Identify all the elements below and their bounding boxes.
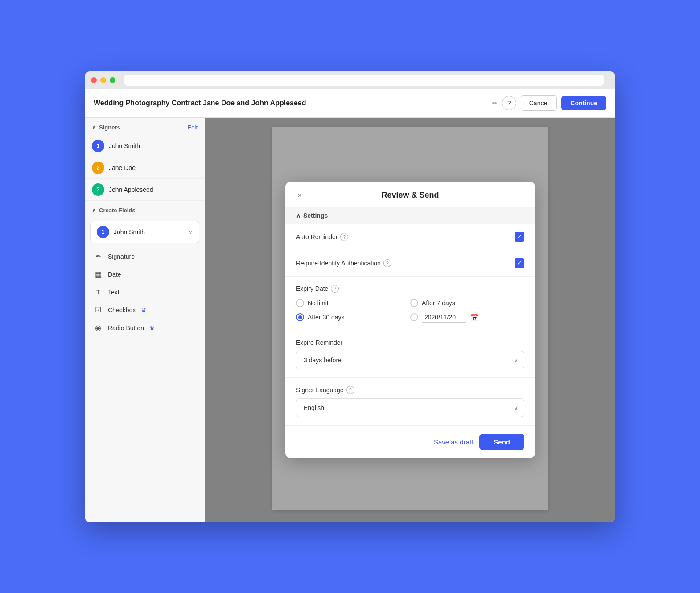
premium-icon-checkbox: ♛: [141, 307, 147, 314]
document-title: Wedding Photography Contract Jane Doe an…: [94, 99, 485, 107]
premium-icon-radio: ♛: [149, 324, 155, 332]
signer-name-1: John Smith: [109, 142, 140, 149]
address-bar[interactable]: [124, 75, 604, 86]
modal-overlay: × Review & Send ∧ Settings Au: [205, 118, 615, 522]
close-dot[interactable]: [91, 77, 97, 83]
field-date[interactable]: ▦ Date: [85, 265, 205, 283]
save-draft-button[interactable]: Save as draft: [434, 438, 473, 446]
expiry-options-grid: No limit After 7 days: [296, 299, 524, 323]
auto-reminder-help-icon[interactable]: ?: [340, 233, 348, 241]
create-fields-header: ∧ Create Fields: [85, 201, 205, 218]
text-icon: T: [94, 288, 103, 297]
expiry-date-section: Expiry Date ? No limit: [285, 277, 535, 331]
expiry-help-icon[interactable]: ?: [331, 285, 339, 293]
signer-language-select[interactable]: English French Spanish German Japanese: [296, 398, 524, 417]
signer-language-select-wrapper: English French Spanish German Japanese ∨: [296, 398, 524, 417]
expiry-custom-date[interactable]: 📅: [410, 312, 524, 323]
date-input-field[interactable]: [422, 312, 466, 323]
modal-close-button[interactable]: ×: [293, 190, 306, 202]
signer-language-help-icon[interactable]: ?: [346, 386, 354, 394]
checkbox-icon: ☑: [94, 306, 103, 315]
modal-footer: Save as draft Send: [285, 425, 535, 458]
selected-signer-dropdown[interactable]: 1 John Smith ∨: [90, 221, 199, 243]
signers-title: ∧ Signers: [92, 124, 120, 131]
help-button[interactable]: ?: [502, 96, 516, 110]
signer-name-2: Jane Doe: [109, 164, 136, 171]
signer-language-label: Signer Language ?: [296, 386, 524, 394]
field-text[interactable]: T Text: [85, 283, 205, 301]
signer-item-2[interactable]: 2 Jane Doe: [85, 157, 205, 179]
modal-header: × Review & Send: [285, 182, 535, 207]
send-button[interactable]: Send: [479, 434, 524, 450]
expiry-after-30[interactable]: After 30 days: [296, 312, 410, 323]
continue-button[interactable]: Continue: [561, 96, 606, 110]
require-identity-row: Require Identity Authentication ? ✓: [285, 250, 535, 277]
field-signature[interactable]: ✒ Signature: [85, 248, 205, 265]
modal-body[interactable]: ∧ Settings Auto Reminder ? ✓: [285, 207, 535, 425]
selected-signer-avatar: 1: [97, 226, 109, 238]
expiry-after-7[interactable]: After 7 days: [410, 299, 524, 307]
selected-signer-name: John Smith: [114, 228, 145, 236]
signer-avatar-1: 1: [92, 140, 104, 152]
require-identity-label: Require Identity Authentication ?: [296, 259, 391, 267]
radio-custom-date[interactable]: [410, 313, 418, 321]
main-content: × Review & Send ∧ Settings Au: [205, 118, 615, 522]
expire-reminder-select[interactable]: 1 day before 2 days before 3 days before…: [296, 351, 524, 369]
checkmark-icon: ✓: [517, 233, 522, 240]
signer-avatar-3: 3: [92, 183, 104, 196]
require-identity-help-icon[interactable]: ?: [383, 259, 391, 267]
expiry-no-limit[interactable]: No limit: [296, 299, 410, 307]
minimize-dot[interactable]: [100, 77, 106, 83]
expire-reminder-label: Expire Reminder: [296, 339, 524, 346]
signers-edit-link[interactable]: Edit: [188, 124, 198, 131]
radio-selected-indicator: [298, 315, 302, 319]
app-header: Wedding Photography Contract Jane Doe an…: [85, 89, 615, 118]
chevron-up-icon: ∧: [92, 124, 96, 131]
edit-title-icon[interactable]: ✏: [492, 100, 498, 107]
auto-reminder-checkbox[interactable]: ✓: [515, 232, 524, 242]
signer-name-3: John Appleseed: [109, 186, 153, 193]
auto-reminder-label: Auto Reminder ?: [296, 233, 348, 241]
chevron-up-icon-fields: ∧: [92, 207, 96, 214]
app-body: ∧ Signers Edit 1 John Smith 2 Jane Doe 3: [85, 118, 615, 522]
date-input-row: 📅: [422, 312, 479, 323]
signer-item-1[interactable]: 1 John Smith: [85, 135, 205, 157]
signer-item-3[interactable]: 3 John Appleseed: [85, 179, 205, 201]
settings-chevron-icon: ∧: [296, 212, 301, 219]
calendar-icon[interactable]: 📅: [470, 313, 479, 322]
auto-reminder-row: Auto Reminder ? ✓: [285, 224, 535, 250]
browser-window: Wedding Photography Contract Jane Doe an…: [85, 71, 615, 522]
checkmark-icon-2: ✓: [517, 260, 522, 266]
signer-avatar-2: 2: [92, 162, 104, 174]
field-checkbox[interactable]: ☑ Checkbox ♛: [85, 301, 205, 319]
sidebar: ∧ Signers Edit 1 John Smith 2 Jane Doe 3: [85, 118, 205, 522]
field-items-list: ✒ Signature ▦ Date T Text ☑ Checkbox ♛: [85, 246, 205, 339]
expiry-date-label: Expiry Date ?: [296, 285, 524, 293]
radio-no-limit[interactable]: [296, 299, 304, 307]
modal-title: Review & Send: [381, 191, 439, 199]
fullscreen-dot[interactable]: [110, 77, 115, 83]
radio-after-7[interactable]: [410, 299, 418, 307]
header-actions: ? Cancel Continue: [502, 95, 606, 111]
require-identity-checkbox[interactable]: ✓: [515, 258, 524, 268]
create-fields-title: ∧ Create Fields: [92, 207, 136, 214]
cancel-button[interactable]: Cancel: [521, 95, 557, 111]
radio-after-30[interactable]: [296, 313, 304, 321]
dropdown-chevron-icon: ∨: [189, 229, 193, 235]
browser-titlebar: [85, 71, 615, 89]
expire-reminder-select-wrapper: 1 day before 2 days before 3 days before…: [296, 351, 524, 369]
signature-icon: ✒: [94, 252, 103, 261]
signer-language-section: Signer Language ? English French Spanish…: [285, 378, 535, 425]
review-send-modal: × Review & Send ∧ Settings Au: [285, 182, 535, 458]
expire-reminder-section: Expire Reminder 1 day before 2 days befo…: [285, 331, 535, 378]
settings-section-header: ∧ Settings: [285, 207, 535, 224]
field-radio[interactable]: ◉ Radio Button ♛: [85, 319, 205, 337]
radio-icon: ◉: [94, 323, 103, 332]
signers-section-header: ∧ Signers Edit: [85, 118, 205, 135]
date-icon: ▦: [94, 270, 103, 279]
